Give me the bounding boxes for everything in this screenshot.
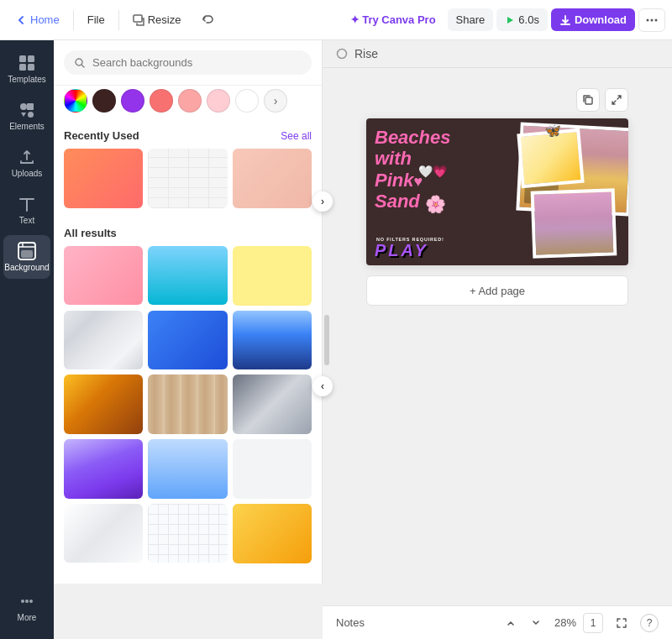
expand-button[interactable] [605, 88, 628, 112]
sidebar-item-elements[interactable]: Elements [3, 94, 50, 138]
dark-red-swatch[interactable] [92, 89, 116, 113]
search-input[interactable] [92, 56, 302, 69]
resize-icon [133, 14, 144, 26]
result-thumb-9[interactable] [233, 374, 312, 434]
recent-thumb-1[interactable] [64, 149, 143, 208]
sidebar-item-templates[interactable]: Templates [3, 47, 50, 91]
canvas-title: Rise [354, 47, 378, 60]
undo-icon [201, 13, 214, 27]
butterfly-decoration: 🦋 [544, 123, 561, 139]
nav-undo-button[interactable] [192, 8, 223, 32]
play-text: PLAY [375, 241, 428, 260]
copy-button[interactable] [576, 88, 600, 112]
svg-point-15 [29, 600, 33, 603]
svg-point-1 [647, 18, 649, 21]
svg-rect-9 [27, 103, 34, 110]
sidebar-item-text[interactable]: Text [3, 188, 50, 232]
panel-scroll-arrow[interactable]: › [312, 191, 333, 212]
svg-point-17 [338, 50, 347, 59]
result-thumb-8[interactable] [148, 374, 227, 434]
vertical-scrollbar[interactable] [324, 315, 329, 365]
svg-rect-12 [21, 250, 33, 258]
svg-rect-5 [28, 55, 34, 62]
result-thumb-12[interactable] [233, 439, 312, 499]
nav-more-button[interactable] [638, 8, 665, 32]
result-thumb-14[interactable] [148, 504, 227, 563]
fullscreen-button[interactable] [610, 611, 633, 635]
recently-used-header: Recently Used See all [64, 121, 312, 149]
circle-icon [336, 48, 348, 60]
nav-separator2 [118, 10, 119, 30]
result-thumb-2[interactable] [148, 246, 227, 306]
hearts-decoration: 🤍💗 [418, 165, 447, 178]
panel-search-area [54, 40, 322, 86]
nav-resize-button[interactable]: Resize [124, 8, 190, 31]
recent-thumb-2[interactable] [148, 149, 227, 208]
nav-timer-button[interactable]: 6.0s [496, 8, 548, 31]
nav-home-button[interactable]: Home [7, 8, 68, 31]
uploads-icon [18, 148, 36, 166]
sidebar-item-uploads[interactable]: Uploads [3, 141, 50, 185]
add-page-button[interactable]: + Add page [366, 275, 628, 306]
scroll-up-button[interactable] [499, 611, 522, 635]
home-label: Home [30, 13, 60, 26]
svg-point-3 [655, 18, 658, 21]
gradient-swatch[interactable] [64, 89, 87, 113]
svg-rect-18 [585, 97, 592, 104]
result-thumb-3[interactable] [233, 246, 312, 306]
scroll-down-button[interactable] [524, 611, 548, 635]
canvas-area: Rise BeacheswithPink♥Sand 🤍💗 🌸 [323, 40, 672, 639]
result-thumb-15[interactable] [233, 504, 312, 563]
result-thumb-5[interactable] [148, 311, 227, 370]
result-thumb-4[interactable] [64, 311, 143, 370]
sidebar-item-label: More [18, 613, 37, 622]
panel-hide-arrow[interactable]: ‹ [312, 376, 333, 396]
result-thumb-10[interactable] [64, 439, 143, 499]
result-thumb-1[interactable] [64, 246, 143, 306]
pink-swatch[interactable] [207, 89, 230, 113]
sidebar-item-label: Background [4, 263, 49, 272]
nav-download-button[interactable]: Download [551, 8, 635, 31]
light-red-swatch[interactable] [178, 89, 202, 113]
recently-used-grid [64, 149, 312, 208]
sidebar-item-background[interactable]: Background [3, 235, 50, 279]
text-icon [18, 195, 36, 213]
svg-point-8 [20, 103, 27, 110]
nav-try-pro-button[interactable]: ✦ Try Canva Pro [342, 8, 444, 31]
templates-icon [18, 54, 36, 72]
result-thumb-13[interactable] [64, 504, 143, 563]
svg-rect-6 [19, 64, 26, 71]
help-button[interactable]: ? [640, 614, 659, 632]
canvas-scroll-area[interactable]: BeacheswithPink♥Sand 🤍💗 🌸 🦋 [323, 68, 672, 605]
icon-sidebar: Templates Elements Uploads Text [0, 40, 54, 639]
nav-share-button[interactable]: Share [448, 8, 494, 31]
color-chevron-button[interactable]: › [264, 89, 287, 113]
purple-swatch[interactable] [121, 89, 144, 113]
photo-3 [531, 188, 617, 258]
panel-content: Recently Used See all All results [54, 121, 322, 584]
result-thumb-6[interactable] [233, 311, 312, 370]
sidebar-item-label: Text [19, 216, 34, 225]
white-swatch[interactable] [235, 89, 259, 113]
svg-rect-4 [19, 55, 26, 62]
recently-used-label: Recently Used [64, 129, 139, 142]
result-thumb-11[interactable] [148, 439, 227, 499]
notes-button[interactable]: Notes [336, 616, 365, 629]
svg-point-13 [21, 600, 24, 603]
copy-icon [582, 94, 594, 106]
red-swatch[interactable] [150, 89, 173, 113]
elements-icon [18, 101, 36, 119]
zoom-level: 28% [554, 616, 576, 629]
nav-file-button[interactable]: File [79, 8, 113, 31]
recent-thumb-3[interactable] [233, 149, 312, 208]
main-body: Templates Elements Uploads Text [0, 40, 672, 639]
svg-rect-10 [28, 112, 34, 118]
more-dots-icon [18, 592, 36, 610]
sidebar-item-more[interactable]: More [3, 585, 50, 629]
search-box[interactable] [64, 50, 312, 75]
result-thumb-7[interactable] [64, 374, 143, 434]
download-icon [559, 14, 571, 26]
svg-point-14 [25, 600, 29, 603]
all-results-label: All results [64, 227, 117, 239]
see-all-button[interactable]: See all [281, 130, 312, 142]
